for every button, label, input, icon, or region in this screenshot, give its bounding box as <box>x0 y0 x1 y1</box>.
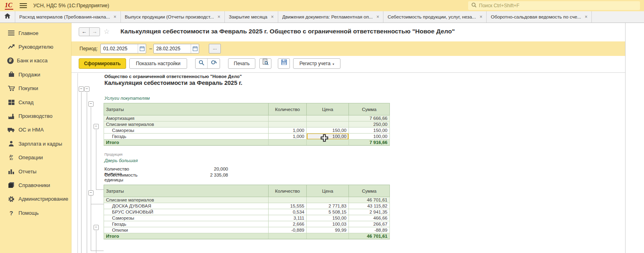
price-cell[interactable]: 150,00 <box>307 215 349 221</box>
table-row[interactable]: Списание материалов 250,00 <box>104 121 390 128</box>
sidebar-item-prodazhi[interactable]: Продажи <box>0 68 71 81</box>
document-tab[interactable]: Закрытие месяца × <box>225 11 278 23</box>
column-header-price[interactable]: Цена <box>307 185 349 197</box>
print-preview-button[interactable] <box>259 58 271 69</box>
sum-cell[interactable]: 466,66 <box>349 215 390 221</box>
quantity-cell[interactable]: 2,666 <box>269 221 307 227</box>
quantity-cell[interactable]: 0,534 <box>269 209 307 215</box>
price-cell[interactable]: 100,03 <box>307 221 349 227</box>
sum-cell[interactable]: 7 916,66 <box>349 140 390 146</box>
table-row[interactable]: Гвоздь 1,000 100,00 100,00 <box>104 134 390 140</box>
show-settings-button[interactable]: Показать настройки <box>129 58 187 69</box>
period-from-input[interactable]: 01.02.2025 <box>100 44 146 53</box>
quantity-cell[interactable] <box>269 121 307 128</box>
sidebar-item-proizvodstvo[interactable]: Производство <box>0 109 71 123</box>
table-row[interactable]: Саморезы 1,000 150,00 150,00 <box>104 128 390 134</box>
favorite-star-icon[interactable]: ☆ <box>104 27 110 36</box>
quantity-cell[interactable]: -0,889 <box>269 227 307 233</box>
table-row[interactable]: Списание материалов 46 701,61 <box>104 197 390 203</box>
home-tab[interactable] <box>0 11 15 23</box>
price-cell[interactable]: 150,00 <box>307 128 349 134</box>
quantity-cell[interactable] <box>269 233 307 239</box>
sum-cell[interactable]: 7 666,66 <box>349 115 390 121</box>
cost-cell[interactable]: Итого <box>104 140 269 146</box>
price-cell[interactable] <box>307 115 349 121</box>
cost-cell[interactable]: Гвоздь <box>104 134 269 140</box>
column-header-costs[interactable]: Затраты <box>104 103 269 115</box>
tab-close-icon[interactable]: × <box>479 14 482 19</box>
collapse-button[interactable]: − <box>94 124 99 129</box>
quantity-cell[interactable]: 1,000 <box>269 128 307 134</box>
sidebar-item-os-i-nma[interactable]: ОС и НМА <box>0 123 71 137</box>
collapse-button[interactable]: − <box>88 101 94 107</box>
sidebar-item-sklad[interactable]: Склад <box>0 95 71 109</box>
column-header-sum[interactable]: Сумма <box>349 185 390 197</box>
sidebar-item-spravochniki[interactable]: Справочники <box>0 178 71 192</box>
table-row[interactable]: БРУС ОСИНОВЫЙ 0,534 5 508,15 2 941,35 <box>104 209 390 215</box>
document-tab[interactable]: Себестоимость продукции, услуг, неза... … <box>383 11 487 23</box>
back-button[interactable]: ← <box>79 27 90 36</box>
table-row[interactable]: Амортизация 7 666,66 <box>104 115 390 121</box>
column-header-quantity[interactable]: Количество <box>269 103 307 115</box>
find-next-button[interactable] <box>208 59 220 68</box>
document-tab[interactable]: Расход материалов (Требования-накла... × <box>15 11 121 23</box>
period-to-input[interactable]: 28.02.2025 <box>153 44 199 53</box>
sum-cell[interactable]: 43 115,82 <box>349 203 390 209</box>
tab-close-icon[interactable]: × <box>218 14 220 19</box>
collapse-button[interactable]: − <box>79 86 84 92</box>
price-cell[interactable]: 99,99 <box>307 227 349 233</box>
table-row[interactable]: Итого 46 701,61 <box>104 233 390 239</box>
sidebar-item-operacii[interactable]: ДтКт Операции <box>0 151 71 165</box>
sidebar-item-pomoshch[interactable]: ? Помощь <box>0 206 71 220</box>
forward-button[interactable]: → <box>89 27 100 36</box>
column-header-sum[interactable]: Сумма <box>349 103 390 115</box>
quantity-cell[interactable] <box>269 197 307 203</box>
cost-cell[interactable]: Гвоздь <box>104 221 269 227</box>
quantity-cell[interactable]: 3,111 <box>269 215 307 221</box>
document-tab[interactable]: Оборотно-сальдовая ведомость по сче... × <box>487 11 592 23</box>
price-cell[interactable] <box>307 140 349 146</box>
tab-close-icon[interactable]: × <box>114 14 116 19</box>
cost-cell[interactable]: Опилки <box>104 227 269 233</box>
tab-close-icon[interactable]: × <box>585 14 587 19</box>
main-menu-icon[interactable] <box>20 3 27 8</box>
sidebar-item-pokupki[interactable]: Покупки <box>0 82 71 95</box>
generate-button[interactable]: Сформировать <box>79 58 126 69</box>
sidebar-item-zarplata-i-kadry[interactable]: Зарплата и кадры <box>0 137 71 150</box>
tab-close-icon[interactable]: × <box>271 14 274 19</box>
quantity-cell[interactable]: 15,555 <box>269 203 307 209</box>
collapse-button[interactable]: − <box>84 86 90 92</box>
price-cell[interactable] <box>307 233 349 239</box>
table-row[interactable]: Саморезы 3,111 150,00 466,66 <box>104 215 390 221</box>
sidebar-item-otchety[interactable]: Отчеты <box>0 165 71 178</box>
price-cell[interactable]: 5 508,15 <box>307 209 349 215</box>
table-row[interactable]: Гвоздь 2,666 100,03 266,67 <box>104 221 390 227</box>
calendar-icon[interactable] <box>138 44 146 53</box>
table-row[interactable]: ДОСКА ДУБОВАЯ 15,555 2 771,83 43 115,82 <box>104 203 390 209</box>
cost-cell[interactable]: ДОСКА ДУБОВАЯ <box>104 203 269 209</box>
sidebar-item-administrirovanie[interactable]: Администрирование <box>0 192 71 206</box>
price-cell[interactable]: 2 771,83 <box>307 203 349 209</box>
sum-cell[interactable]: 150,00 <box>349 128 390 134</box>
find-button[interactable] <box>196 59 208 68</box>
sum-cell[interactable]: 250,00 <box>349 121 390 128</box>
sum-cell[interactable]: 100,00 <box>349 134 390 140</box>
column-header-quantity[interactable]: Количество <box>269 185 307 197</box>
period-more-button[interactable]: ... <box>209 44 221 53</box>
cost-cell[interactable]: БРУС ОСИНОВЫЙ <box>104 209 269 215</box>
calendar-icon[interactable] <box>191 44 199 53</box>
sum-cell[interactable]: 46 701,61 <box>349 197 390 203</box>
table-row[interactable]: Опилки -0,889 99,99 -88,89 <box>104 227 390 233</box>
tab-close-icon[interactable]: × <box>376 14 379 19</box>
column-header-costs[interactable]: Затраты <box>104 185 269 197</box>
cost-cell[interactable]: Саморезы <box>104 215 269 221</box>
sum-cell[interactable]: -88,89 <box>349 227 390 233</box>
price-cell[interactable]: 100,00 <box>307 134 349 140</box>
sidebar-item-bank-i-kassa[interactable]: ₽ Банк и касса <box>0 54 71 68</box>
global-search-input[interactable]: Поиск Ctrl+Shift+F <box>468 1 640 10</box>
sum-cell[interactable]: 2 941,35 <box>349 209 390 215</box>
quantity-cell[interactable] <box>269 115 307 121</box>
sidebar-item-rukovoditelyu[interactable]: Руководителю <box>0 40 71 53</box>
table-row[interactable]: Итого 7 916,66 <box>104 140 390 146</box>
column-header-price[interactable]: Цена <box>307 103 349 115</box>
